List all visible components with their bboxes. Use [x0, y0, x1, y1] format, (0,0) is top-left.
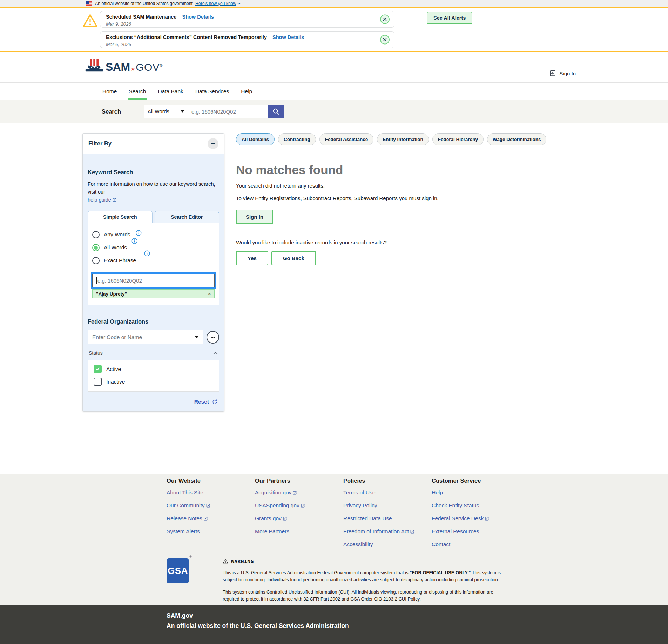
nav-item-help[interactable]: Help	[240, 83, 253, 100]
footer-link-help[interactable]: Help	[432, 489, 443, 495]
alert-close-button[interactable]	[380, 35, 390, 45]
keyword-input[interactable]	[92, 274, 215, 287]
search-button[interactable]	[268, 105, 284, 118]
footer-link-usaspending-gov[interactable]: USASpending.gov	[255, 502, 305, 508]
ellipsis-icon	[210, 334, 216, 340]
external-link-icon	[301, 503, 305, 508]
collapse-status-button[interactable]	[213, 350, 218, 356]
radio-exact-phrase[interactable]	[92, 257, 100, 264]
external-link-icon	[485, 516, 489, 521]
alert-close-button[interactable]	[380, 15, 390, 24]
checkbox-label: Active	[106, 366, 121, 372]
footer-link-terms-of-use[interactable]: Terms of Use	[343, 489, 375, 495]
pill-federal-hierarchy[interactable]: Federal Hierarchy	[432, 133, 484, 145]
radio-any-words[interactable]	[92, 231, 100, 238]
sign-in-link[interactable]: Sign In	[549, 70, 576, 77]
nav-item-data-services[interactable]: Data Services	[195, 83, 230, 100]
tab-simple-search[interactable]: Simple Search	[88, 211, 153, 223]
help-guide-link[interactable]: help guide	[88, 197, 117, 203]
federal-orgs-more-button[interactable]	[207, 331, 219, 344]
warning-paragraph-1: This is a U.S. General Services Administ…	[223, 569, 501, 583]
warning-block: WARNING This is a U.S. General Services …	[223, 558, 503, 603]
logo-gov-text: GOV	[136, 61, 160, 73]
federal-orgs-select[interactable]: Enter Code or Name	[88, 330, 203, 344]
pill-all-domains[interactable]: All Domains	[236, 133, 275, 145]
nav-item-home[interactable]: Home	[102, 83, 117, 100]
footer-link-more-partners[interactable]: More Partners	[255, 528, 289, 534]
info-icon[interactable]	[131, 238, 137, 245]
footer-link-restricted-data-use[interactable]: Restricted Data Use	[343, 515, 392, 521]
info-icon[interactable]	[136, 230, 142, 237]
how-you-know-link[interactable]: Here's how you know	[195, 1, 241, 6]
gsa-logo: GSA ®	[167, 558, 189, 583]
footer-column-our-website: Our Website About This Site Our Communit…	[167, 477, 255, 554]
show-details-link[interactable]: Show Details	[182, 14, 214, 20]
keyword-search-heading: Keyword Search	[88, 154, 219, 176]
footer-column-policies: Policies Terms of Use Privacy Policy Res…	[343, 477, 432, 554]
footer-link-release-notes[interactable]: Release Notes	[167, 515, 208, 521]
check-icon	[95, 366, 100, 372]
alert-title: Scheduled SAM Maintenance	[106, 14, 176, 20]
sign-in-button[interactable]: Sign In	[236, 210, 273, 224]
footer-link-external-resources[interactable]: External Resources	[432, 528, 479, 534]
us-flag-icon	[86, 1, 92, 6]
chip-remove-icon[interactable]: ×	[208, 292, 211, 296]
tab-search-editor[interactable]: Search Editor	[155, 211, 220, 223]
minus-icon	[211, 143, 215, 144]
search-input[interactable]	[188, 105, 268, 118]
gov-banner-text: An official website of the United States…	[95, 1, 193, 6]
external-link-icon	[112, 198, 117, 202]
go-back-button[interactable]: Go Back	[271, 251, 316, 265]
logo-registered-mark: ®	[160, 63, 162, 67]
footer-site-subtitle: An official website of the U.S. General …	[167, 622, 586, 630]
pill-entity-information[interactable]: Entity Information	[377, 133, 429, 145]
info-icon[interactable]	[144, 250, 150, 258]
reset-filters-link[interactable]: Reset	[194, 399, 218, 405]
see-all-alerts-button[interactable]: See All Alerts	[427, 12, 472, 24]
external-link-icon	[283, 516, 287, 521]
radio-all-words[interactable]	[92, 244, 100, 251]
pill-federal-assistance[interactable]: Federal Assistance	[319, 133, 374, 145]
keyword-help-text: For more information on how to use our k…	[88, 180, 219, 204]
sign-in-note: To view Entity Registrations, Subcontrac…	[236, 195, 478, 203]
chip-label: "Ajay Uprety"	[96, 291, 127, 297]
footer-link-privacy-policy[interactable]: Privacy Policy	[343, 502, 377, 508]
pill-contracting[interactable]: Contracting	[278, 133, 316, 145]
footer-column-heading: Our Website	[167, 477, 255, 484]
footer-link-grants-gov[interactable]: Grants.gov	[255, 515, 287, 521]
search-mode-select[interactable]: All Words	[144, 105, 188, 118]
search-band: Search All Words	[0, 100, 668, 123]
sam-gov-logo[interactable]: SAM ★ GOV ®	[84, 57, 162, 74]
nav-item-data-bank[interactable]: Data Bank	[157, 83, 184, 100]
logo-sam-text: SAM	[106, 61, 130, 74]
footer-column-customer-service: Customer Service Help Check Entity Statu…	[432, 477, 520, 554]
footer-link-about-this-site[interactable]: About This Site	[167, 489, 203, 495]
nav-item-search[interactable]: Search	[128, 83, 147, 100]
external-link-icon	[292, 490, 297, 495]
footer-link-accessibility[interactable]: Accessibility	[343, 541, 373, 547]
footer-link-acquisition-gov[interactable]: Acquisition.gov	[255, 489, 297, 495]
footer-link-our-community[interactable]: Our Community	[167, 502, 210, 508]
footer-link-federal-service-desk[interactable]: Federal Service Desk	[432, 515, 489, 521]
checkbox-inactive[interactable]	[94, 378, 102, 386]
footer-link-contact[interactable]: Contact	[432, 541, 450, 547]
logo-star: ★	[131, 66, 135, 72]
checkbox-active[interactable]	[94, 365, 102, 373]
footer-link-foia[interactable]: Freedom of Information Act	[343, 528, 414, 534]
footer-link-check-entity-status[interactable]: Check Entity Status	[432, 502, 479, 508]
alert-date: Mar 6, 2026	[106, 42, 373, 47]
no-results-message: Your search did not return any results.	[236, 183, 586, 189]
yes-button[interactable]: Yes	[236, 251, 268, 265]
footer-identifier: SAM.gov An official website of the U.S. …	[0, 605, 668, 644]
warning-heading: WARNING	[231, 558, 254, 564]
chevron-up-icon	[213, 351, 218, 355]
footer-site-title: SAM.gov	[167, 612, 586, 619]
inactive-records-question: Would you like to include inactive recor…	[236, 239, 586, 245]
pill-wage-determinations[interactable]: Wage Determinations	[487, 133, 547, 145]
dropdown-arrow-icon	[181, 110, 184, 113]
show-details-link[interactable]: Show Details	[272, 34, 304, 40]
collapse-filters-button[interactable]	[208, 138, 218, 149]
dropdown-arrow-icon	[195, 336, 199, 338]
footer-link-system-alerts[interactable]: System Alerts	[167, 528, 200, 534]
search-label: Search	[102, 108, 144, 115]
